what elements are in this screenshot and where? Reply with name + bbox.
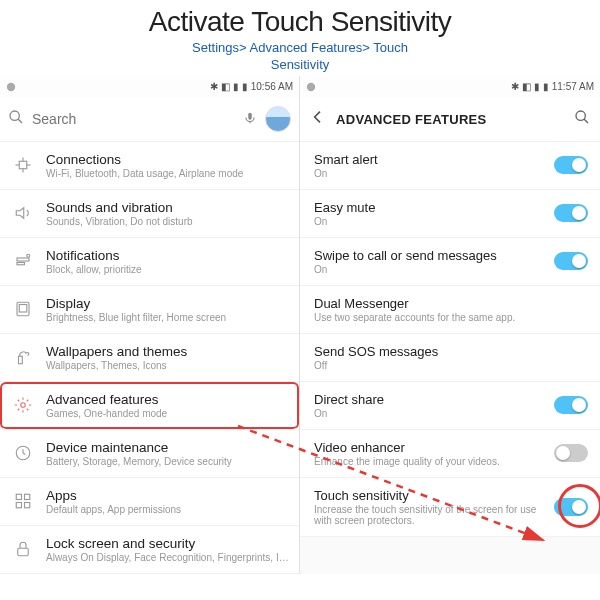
settings-row-sounds-and-vibration[interactable]: Sounds and vibrationSounds, Vibration, D… <box>0 190 299 238</box>
svg-rect-4 <box>19 162 27 170</box>
settings-row-notifications[interactable]: NotificationsBlock, allow, prioritize <box>0 238 299 286</box>
wallpaper-icon <box>12 346 34 368</box>
svg-point-16 <box>21 403 26 408</box>
search-input[interactable] <box>32 111 235 127</box>
svg-line-2 <box>18 119 22 123</box>
af-row-swipe-to-call-or-send-messages[interactable]: Swipe to call or send messagesOn <box>300 238 600 286</box>
settings-row-connections[interactable]: ConnectionsWi-Fi, Bluetooth, Data usage,… <box>0 142 299 190</box>
svg-point-1 <box>10 111 19 120</box>
svg-rect-21 <box>25 503 30 508</box>
notifications-icon <box>12 250 34 272</box>
screen-title: ADVANCED FEATURES <box>336 112 564 127</box>
svg-rect-11 <box>17 263 25 265</box>
advanced-features-list: Smart alertOnEasy muteOnSwipe to call or… <box>300 142 600 537</box>
settings-row-apps[interactable]: AppsDefault apps, App permissions <box>0 478 299 526</box>
row-subtitle: On <box>314 168 544 179</box>
svg-line-25 <box>584 119 588 123</box>
af-row-dual-messenger[interactable]: Dual MessengerUse two separate accounts … <box>300 286 600 334</box>
battery-icon: ▮ <box>242 81 248 92</box>
wifi-icon: ◧ <box>522 81 531 92</box>
settings-row-device-maintenance[interactable]: Device maintenanceBattery, Storage, Memo… <box>0 430 299 478</box>
display-icon <box>12 298 34 320</box>
settings-row-display[interactable]: DisplayBrightness, Blue light filter, Ho… <box>0 286 299 334</box>
sound-icon <box>12 202 34 224</box>
svg-rect-18 <box>16 495 21 500</box>
toggle[interactable] <box>554 252 588 270</box>
row-subtitle: Games, One-handed mode <box>46 408 289 419</box>
row-subtitle: Block, allow, prioritize <box>46 264 289 275</box>
row-subtitle: Wallpapers, Themes, Icons <box>46 360 289 371</box>
toggle[interactable] <box>554 204 588 222</box>
af-row-direct-share[interactable]: Direct shareOn <box>300 382 600 430</box>
svg-rect-14 <box>19 305 27 313</box>
row-subtitle: Always On Display, Face Recognition, Fin… <box>46 552 289 563</box>
back-icon[interactable] <box>310 109 326 130</box>
af-row-send-sos-messages[interactable]: Send SOS messagesOff <box>300 334 600 382</box>
row-label: Wallpapers and themes <box>46 344 289 359</box>
advanced-features-header: ADVANCED FEATURES <box>300 98 600 142</box>
af-row-easy-mute[interactable]: Easy muteOn <box>300 190 600 238</box>
svg-marker-9 <box>16 208 24 219</box>
bluetooth-icon: ✱ <box>511 81 519 92</box>
row-label: Connections <box>46 152 289 167</box>
af-row-touch-sensitivity[interactable]: Touch sensitivityIncrease the touch sens… <box>300 478 600 537</box>
row-subtitle: On <box>314 264 544 275</box>
row-label: Send SOS messages <box>314 344 588 359</box>
instruction-header: Activate Touch Sensitivity Settings> Adv… <box>0 0 600 76</box>
svg-rect-19 <box>25 495 30 500</box>
lock-icon <box>12 538 34 560</box>
status-bar: ✱ ◧ ▮ ▮ 10:56 AM <box>0 76 299 98</box>
row-label: Advanced features <box>46 392 289 407</box>
svg-rect-10 <box>17 258 29 261</box>
row-subtitle: Battery, Storage, Memory, Device securit… <box>46 456 289 467</box>
svg-rect-3 <box>248 113 252 120</box>
maintenance-icon <box>12 442 34 464</box>
reddit-icon <box>306 82 316 92</box>
svg-rect-20 <box>16 503 21 508</box>
settings-row-lock-screen-and-security[interactable]: Lock screen and securityAlways On Displa… <box>0 526 299 574</box>
row-subtitle: On <box>314 216 544 227</box>
status-time: 11:57 AM <box>552 81 594 92</box>
af-row-video-enhancer[interactable]: Video enhancerEnhance the image quality … <box>300 430 600 478</box>
row-subtitle: On <box>314 408 544 419</box>
row-label: Dual Messenger <box>314 296 588 311</box>
svg-point-23 <box>307 83 315 91</box>
search-icon <box>8 109 24 129</box>
row-label: Direct share <box>314 392 544 407</box>
mic-icon[interactable] <box>243 111 257 128</box>
advanced-features-screen: ✱ ◧ ▮ ▮ 11:57 AM ADVANCED FEATURES Smart… <box>300 76 600 574</box>
avatar[interactable] <box>265 106 291 132</box>
bluetooth-icon: ✱ <box>210 81 218 92</box>
settings-list: ConnectionsWi-Fi, Bluetooth, Data usage,… <box>0 142 299 574</box>
row-subtitle: Off <box>314 360 588 371</box>
svg-rect-15 <box>19 357 23 365</box>
row-label: Notifications <box>46 248 289 263</box>
svg-point-24 <box>576 111 585 120</box>
settings-row-wallpapers-and-themes[interactable]: Wallpapers and themesWallpapers, Themes,… <box>0 334 299 382</box>
toggle[interactable] <box>554 156 588 174</box>
row-label: Sounds and vibration <box>46 200 289 215</box>
row-subtitle: Wi-Fi, Bluetooth, Data usage, Airplane m… <box>46 168 289 179</box>
search-row[interactable] <box>0 98 299 142</box>
row-subtitle: Default apps, App permissions <box>46 504 289 515</box>
toggle[interactable] <box>554 498 588 516</box>
search-icon[interactable] <box>574 109 590 129</box>
toggle[interactable] <box>554 396 588 414</box>
row-label: Touch sensitivity <box>314 488 544 503</box>
battery-icon: ▮ <box>543 81 549 92</box>
row-label: Smart alert <box>314 152 544 167</box>
row-label: Apps <box>46 488 289 503</box>
row-subtitle: Brightness, Blue light filter, Home scre… <box>46 312 289 323</box>
settings-row-advanced-features[interactable]: Advanced featuresGames, One-handed mode <box>0 382 299 430</box>
row-label: Easy mute <box>314 200 544 215</box>
signal-icon: ▮ <box>233 81 239 92</box>
row-subtitle: Enhance the image quality of your videos… <box>314 456 544 467</box>
row-label: Video enhancer <box>314 440 544 455</box>
row-label: Display <box>46 296 289 311</box>
signal-icon: ▮ <box>534 81 540 92</box>
reddit-icon <box>6 82 16 92</box>
af-row-smart-alert[interactable]: Smart alertOn <box>300 142 600 190</box>
svg-point-0 <box>7 83 15 91</box>
row-label: Lock screen and security <box>46 536 289 551</box>
toggle[interactable] <box>554 444 588 462</box>
